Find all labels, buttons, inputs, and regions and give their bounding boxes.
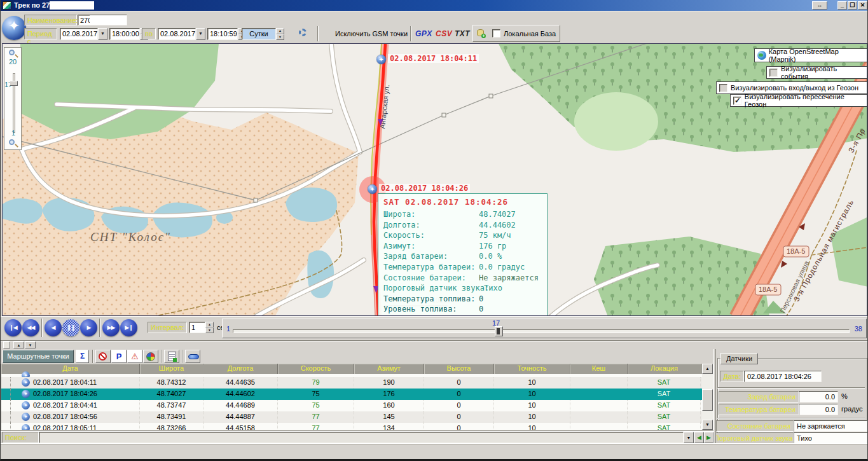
splitter-up-button[interactable]: ▲ (13, 341, 24, 348)
close-button[interactable]: ✕ (858, 1, 867, 10)
interval-spinner[interactable]: ▲▼ (205, 322, 214, 333)
table-search-row: Поиск: ▼ ◀ ▶ (1, 430, 713, 443)
date-from[interactable]: 02.08.2017 ▼ (60, 28, 107, 40)
tab-route-points[interactable]: Маршрутные точки (3, 350, 74, 363)
fast-forward-button[interactable]: ▶▶ (102, 319, 120, 336)
battery-temp-value: 0.0 (799, 404, 838, 415)
svg-text:СНТ "Колос": СНТ "Колос" (90, 230, 171, 244)
export-excel-button[interactable] (164, 350, 179, 363)
rewind-button[interactable]: ◀◀ (22, 319, 39, 336)
battery-state-value: Не заряжается (794, 420, 867, 432)
road-ref-badge: 18А-5 (787, 247, 805, 255)
play-button[interactable]: ▶ (80, 319, 97, 336)
minimize-button[interactable]: _ (837, 1, 847, 10)
slider-track[interactable] (233, 329, 850, 333)
map-layer-label: Карта OpenStreetMap (Mapnik) (769, 48, 865, 63)
local-db-label: Локальная База (504, 30, 556, 38)
color-ball-button[interactable] (143, 350, 158, 363)
track-start-marker-icon[interactable] (376, 55, 386, 64)
database-icon[interactable]: + (476, 28, 486, 38)
pause-button[interactable]: ❚❚ (62, 319, 79, 336)
point-info-tooltip: SAT 02.08.2017 18:04:26 Широта:48.74027 … (378, 193, 548, 316)
visualize-events-checkbox[interactable] (769, 69, 778, 77)
scroll-thumb[interactable] (702, 389, 713, 411)
skip-end-button[interactable]: ▶❙ (120, 319, 137, 336)
preset-value[interactable]: Сутки (242, 28, 276, 40)
date-to[interactable]: 02.08.2017 ▼ (158, 28, 205, 40)
map-canvas[interactable]: 18А-5 18А-5 СНТ "Колос" Ангарская ул. 3-… (2, 43, 867, 316)
blue-line-icon (188, 354, 199, 359)
zoom-slider-handle[interactable] (10, 81, 18, 86)
local-db-group: + Локальная База (472, 25, 560, 42)
visualize-geofence-cross-option[interactable]: Визуализировать пересечение Геозон (730, 94, 867, 107)
date-to-dropdown-icon[interactable]: ▼ (196, 28, 205, 40)
time-to-value[interactable]: 18:10:59 (207, 28, 238, 40)
play-back-button[interactable]: ◀ (45, 319, 62, 336)
visualize-geofence-io-option[interactable]: Визуализировать вход/выход из Геозон (716, 81, 867, 94)
visualize-geofence-cross-checkbox[interactable] (733, 97, 741, 105)
preset-spinner[interactable]: ▲▼ (276, 28, 284, 40)
table-row-selected[interactable]: 02.08.2017 18:04:26 48.74027 44.44602 75… (1, 389, 702, 400)
table-scrollbar[interactable]: ▲ ▼ (702, 364, 713, 430)
visualize-geofence-io-checkbox[interactable] (719, 84, 727, 92)
export-gpx-button[interactable]: GPX (415, 29, 432, 38)
warning-button[interactable]: ⚠ (127, 350, 142, 363)
map-zoom-control[interactable]: 20 17 1 (4, 47, 22, 150)
interval-input[interactable] (189, 322, 205, 333)
current-point-marker-label: 02.08.2017 18:04:26 (379, 184, 470, 193)
search-combobox[interactable] (39, 432, 684, 443)
current-point-marker-icon[interactable] (368, 184, 377, 194)
local-db-checkbox[interactable] (492, 29, 500, 38)
sensors-panel: Датчики Дата: 02.08.2017 18:04:26 Заряд … (716, 349, 868, 443)
battery-charge-value: 0.0 (799, 391, 838, 403)
toolbar-separator (317, 26, 319, 41)
skip-start-button[interactable]: ❙◀ (4, 319, 22, 336)
battery-charge-label: Заряд батареи (719, 391, 799, 403)
zoom-in-icon[interactable] (9, 50, 17, 58)
search-dropdown-icon[interactable]: ▼ (684, 432, 694, 443)
exclude-gsm-label: Исключить GSM точки (335, 30, 408, 38)
export-csv-button[interactable]: CSV (436, 29, 452, 38)
visualize-events-option[interactable]: Визуализировать события (766, 66, 867, 79)
title-redaction (50, 1, 94, 10)
route-points-table[interactable]: Дата Широта Долгота Скорость Азимут Высо… (1, 364, 702, 430)
date-from-dropdown-icon[interactable]: ▼ (98, 28, 107, 40)
zoom-max-label: 20 (4, 58, 21, 65)
horizontal-splitter[interactable]: ▲ ▼ (1, 340, 868, 349)
map-layer-button[interactable]: Карта OpenStreetMap (Mapnik) (754, 48, 867, 62)
blue-line-button[interactable] (185, 350, 200, 363)
parking-button[interactable]: P (111, 350, 127, 363)
sum-sigma-button[interactable]: Σ (76, 350, 89, 363)
time-to[interactable]: 18:10:59 ▲▼ (207, 28, 246, 40)
battery-temp-label: Температура батареи (719, 404, 799, 415)
table-row[interactable]: 02.08.2017 18:04:56 48.73491 44.44887 77… (1, 411, 702, 423)
scroll-down-button[interactable]: ▼ (702, 420, 713, 430)
restore-button[interactable]: ❐ (848, 1, 857, 10)
no-entry-icon (99, 352, 107, 361)
battery-temp-unit: градус (838, 404, 863, 415)
export-txt-button[interactable]: TXT (455, 29, 470, 38)
scroll-up-button[interactable]: ▲ (702, 364, 713, 374)
sound-sensor-label: Пороговый датчик звука (716, 432, 794, 443)
tooltip-title: SAT 02.08.2017 18:04:26 (383, 197, 542, 207)
next-point-button[interactable]: ▶ (704, 432, 713, 443)
resize-button[interactable]: ↔ (812, 1, 827, 10)
table-row[interactable]: 02.08.2017 18:04:11 48.74312 44.44635 79… (1, 377, 702, 389)
date-from-value[interactable]: 02.08.2017 (60, 28, 98, 40)
preset-combo[interactable]: Сутки ▲▼ (242, 28, 284, 40)
app-icon (3, 1, 11, 10)
table-row[interactable]: 02.08.2017 18:05:11 48.73266 44.45158 77… (1, 423, 702, 430)
interval-label: Интервал: (148, 322, 187, 333)
prev-point-button[interactable]: ◀ (694, 432, 704, 443)
date-to-value[interactable]: 02.08.2017 (158, 28, 196, 40)
refresh-gear-button[interactable] (297, 27, 311, 41)
track-position-slider[interactable]: 1 17 38 (222, 319, 867, 338)
no-entry-button[interactable] (95, 350, 111, 363)
status-bar (1, 443, 868, 461)
table-row[interactable]: 02.08.2017 18:04:41 48.73747 44.44689 75… (1, 400, 702, 411)
time-from-value[interactable]: 18:00:00 (109, 28, 140, 40)
splitter-grip[interactable] (3, 341, 10, 348)
slider-thumb[interactable] (495, 326, 503, 336)
splitter-down-button[interactable]: ▼ (25, 341, 36, 348)
zoom-out-icon[interactable] (9, 139, 17, 148)
